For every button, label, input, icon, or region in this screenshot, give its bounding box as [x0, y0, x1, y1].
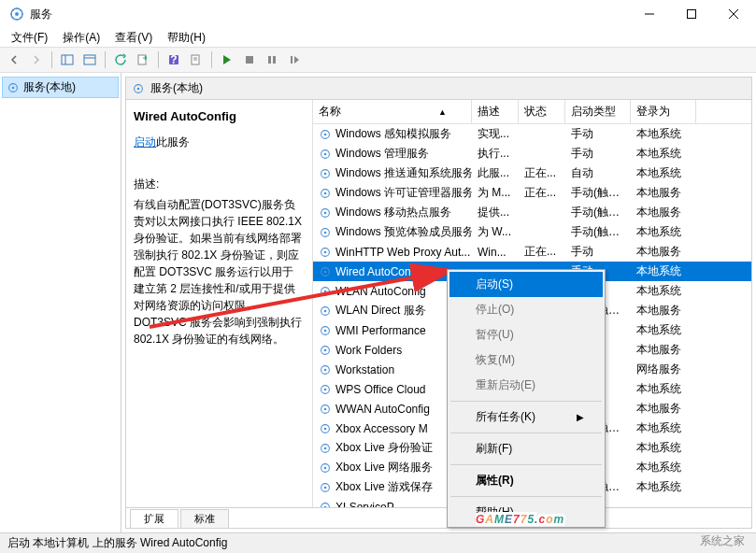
- gear-icon: [319, 246, 332, 259]
- context-menu-item[interactable]: 启动(S): [449, 272, 603, 297]
- service-row[interactable]: Windows 管理服务执行...手动本地系统: [313, 144, 751, 163]
- svg-point-27: [324, 152, 327, 155]
- service-row[interactable]: Windows 推送通知系统服务此服...正在...自动本地系统: [313, 163, 751, 183]
- app-icon: [9, 7, 24, 21]
- context-menu-separator: [450, 401, 602, 402]
- context-menu-separator: [450, 464, 602, 465]
- toolbar-refresh[interactable]: [110, 50, 131, 70]
- svg-point-37: [324, 250, 327, 253]
- toolbar-back[interactable]: [4, 50, 24, 70]
- statusbar: 启动 本地计算机 上的服务 Wired AutoConfig: [0, 532, 756, 553]
- left-pane: 服务(本地): [0, 73, 121, 532]
- gear-icon: [319, 305, 332, 318]
- svg-rect-3: [687, 10, 695, 19]
- toolbar-sep: [158, 51, 159, 68]
- cell-logon: [631, 505, 696, 508]
- svg-point-57: [324, 447, 327, 449]
- cell-name: Windows 许可证管理器服务: [313, 183, 472, 203]
- toolbar-sep: [51, 51, 52, 68]
- tab-standard[interactable]: 标准: [180, 509, 229, 528]
- svg-point-39: [324, 270, 327, 273]
- col-header-status[interactable]: 状态: [519, 100, 565, 123]
- titlebar: 服务: [0, 0, 756, 28]
- svg-point-59: [324, 466, 327, 469]
- context-menu-item[interactable]: 帮助(H): [449, 500, 603, 525]
- cell-logon: 本地服务: [631, 340, 696, 360]
- action-suffix: 此服务: [156, 135, 190, 149]
- pane-header: 服务(本地): [126, 78, 751, 100]
- tree-root-services[interactable]: 服务(本地): [2, 77, 119, 98]
- svg-rect-17: [268, 56, 271, 64]
- menu-view[interactable]: 查看(V): [107, 28, 160, 48]
- toolbar-forward[interactable]: [26, 50, 47, 70]
- tab-extended[interactable]: 扩展: [130, 509, 178, 528]
- context-menu-item: 重新启动(E): [449, 373, 603, 398]
- gear-icon: [319, 461, 332, 475]
- service-row[interactable]: Windows 预览体验成员服务为 W...手动(触发...本地系统: [313, 222, 751, 242]
- context-menu-item[interactable]: 所有任务(K)▶: [449, 404, 603, 430]
- toolbar-showhide[interactable]: [57, 50, 78, 70]
- cell-start: 手动: [565, 144, 631, 163]
- toolbar-pause[interactable]: [262, 50, 282, 70]
- context-menu-item: 停止(O): [449, 297, 603, 322]
- context-menu: 启动(S)停止(O)暂停(U)恢复(M)重新启动(E)所有任务(K)▶刷新(F)…: [447, 269, 606, 528]
- col-header-start[interactable]: 启动类型: [565, 100, 631, 123]
- svg-point-49: [324, 368, 327, 371]
- minimize-button[interactable]: [628, 1, 670, 28]
- context-menu-item[interactable]: 属性(R): [449, 468, 603, 493]
- toolbar-list[interactable]: [79, 50, 100, 70]
- service-row[interactable]: WinHTTP Web Proxy Aut...Win...正在...手动本地服…: [313, 242, 751, 262]
- main-area: 服务(本地) 服务(本地) Wired AutoConfig 启动此服务 描述:…: [0, 73, 756, 532]
- service-row[interactable]: Windows 感知模拟服务实现...手动本地系统: [313, 124, 751, 144]
- svg-point-29: [324, 172, 327, 175]
- cell-status: [519, 152, 565, 156]
- context-menu-item[interactable]: 刷新(F): [449, 436, 603, 461]
- svg-point-33: [324, 211, 327, 214]
- cell-name: Windows 移动热点服务: [313, 203, 472, 222]
- cell-status: [519, 133, 565, 136]
- col-header-logon[interactable]: 登录为: [631, 100, 696, 123]
- svg-rect-19: [291, 56, 292, 64]
- cell-name: Windows 感知模拟服务: [313, 124, 472, 144]
- svg-point-23: [137, 87, 140, 90]
- cell-desc: 执行...: [472, 144, 519, 163]
- svg-rect-8: [84, 55, 95, 64]
- cell-logon: 本地系统: [631, 222, 696, 242]
- service-row[interactable]: Windows 许可证管理器服务为 M...正在...手动(触发...本地服务: [313, 183, 751, 203]
- svg-rect-18: [273, 56, 276, 64]
- svg-point-43: [324, 309, 327, 312]
- col-header-desc[interactable]: 描述: [472, 100, 519, 123]
- desc-text: 有线自动配置(DOT3SVC)服务负责对以太网接口执行 IEEE 802.1X …: [134, 196, 305, 347]
- context-menu-separator: [450, 432, 602, 433]
- gear-icon: [319, 128, 332, 141]
- cell-desc: 实现...: [472, 124, 519, 144]
- cell-logon: 本地服务: [631, 301, 696, 320]
- svg-rect-6: [62, 55, 73, 64]
- start-link[interactable]: 启动: [134, 135, 156, 149]
- svg-point-63: [324, 505, 327, 507]
- service-row[interactable]: Windows 移动热点服务提供...手动(触发...本地服务: [313, 203, 751, 222]
- toolbar-restart[interactable]: [284, 50, 305, 70]
- cell-logon: 本地系统: [631, 144, 696, 163]
- context-menu-item: 恢复(M): [449, 347, 603, 373]
- col-header-name[interactable]: 名称▲: [313, 100, 472, 123]
- menu-file[interactable]: 文件(F): [4, 28, 55, 48]
- svg-point-47: [324, 348, 327, 351]
- gear-icon: [319, 383, 332, 396]
- right-pane: 服务(本地) Wired AutoConfig 启动此服务 描述: 有线自动配置…: [125, 77, 752, 529]
- cell-start: 手动(触发...: [565, 183, 631, 203]
- toolbar-help[interactable]: ?: [164, 50, 184, 70]
- cell-status: [519, 211, 565, 215]
- cell-logon: 本地系统: [631, 438, 696, 458]
- gear-icon: [7, 81, 20, 94]
- toolbar-properties[interactable]: [186, 50, 207, 70]
- toolbar-stop[interactable]: [239, 50, 260, 70]
- menu-action[interactable]: 操作(A): [55, 28, 107, 48]
- close-button[interactable]: [712, 1, 754, 28]
- toolbar: ?: [0, 47, 756, 73]
- svg-rect-16: [246, 56, 253, 64]
- toolbar-export[interactable]: [133, 50, 153, 70]
- maximize-button[interactable]: [670, 1, 712, 28]
- menu-help[interactable]: 帮助(H): [160, 28, 213, 48]
- toolbar-start[interactable]: [217, 50, 237, 70]
